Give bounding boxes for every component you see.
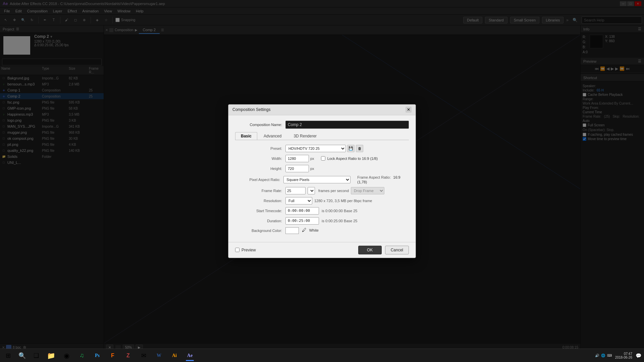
word-button[interactable]: W [152, 350, 166, 362]
after-effects-button[interactable]: Ae [182, 350, 197, 362]
task-view-button[interactable]: ❑ [30, 350, 43, 362]
start-tc-label: Start Timecode: [235, 209, 282, 213]
fps-input[interactable] [285, 187, 306, 194]
width-unit: px [310, 157, 314, 161]
lock-aspect-label: Lock Aspect Ratio to 16:9 (1/8) [321, 156, 378, 161]
cancel-button[interactable]: Cancel [385, 246, 409, 254]
filmora-icon: F [111, 353, 114, 359]
frame-ar-label: Frame Aspect Ratio: [357, 175, 391, 179]
start-button[interactable]: ⊞ [1, 350, 15, 362]
preset-delete-btn[interactable]: 🗑 [356, 145, 363, 152]
frame-rate-row: Frame Rate: ▼ frames per second Drop Fra… [235, 187, 409, 194]
modal-title-text: Composition Settings [232, 107, 270, 112]
height-unit: px [310, 167, 314, 171]
clock-time: 07:47 [615, 352, 632, 356]
sys-tray-icon-3: ⌨ [607, 354, 612, 357]
chrome-icon: ◉ [64, 352, 69, 360]
action-center-icon[interactable]: 💬 [636, 353, 641, 358]
windows-icon: ⊞ [6, 352, 11, 359]
duration-row: Duration: is 0:00:25:00 Base 25 [235, 217, 409, 225]
start-tc-row: Start Timecode: is 0:00:00:00 Base 25 [235, 207, 409, 215]
file-explorer-button[interactable]: 📁 [44, 350, 58, 362]
after-effects-icon: Ae [187, 353, 193, 358]
file-explorer-icon: 📁 [47, 352, 55, 360]
lock-aspect-row: Lock Aspect Ratio to 16:9 (1/8) [321, 156, 378, 161]
duration-label: Duration: [235, 219, 282, 223]
resolution-select[interactable]: Full Half Quarter Third Custom [285, 197, 312, 204]
modal-tab-basic[interactable]: Basic [235, 132, 257, 140]
modal-footer: Preview OK Cancel [228, 242, 416, 258]
modal-composition-settings: Composition Settings ✕ Composition Name:… [228, 104, 416, 258]
mail-button[interactable]: ✉ [136, 350, 151, 362]
spotify-button[interactable]: ♫ [74, 350, 89, 362]
fps-dropdown[interactable]: ▼ [308, 187, 315, 194]
sys-tray: 🔊 🌐 ⌨ [595, 354, 612, 357]
drop-frame-select[interactable]: Drop Frame [351, 187, 384, 194]
height-label: Height: [235, 167, 282, 171]
pixel-ar-label: Pixel Aspect Ratio: [235, 178, 280, 182]
lock-aspect-checkbox[interactable] [321, 156, 325, 161]
sys-tray-icon-1: 🔊 [595, 354, 599, 357]
preset-row: Preset: HDV/HDTV 720 25 💾 🗑 [235, 145, 409, 152]
preview-label: Preview [241, 248, 256, 252]
width-label: Width: [235, 157, 282, 161]
modal-tab-3d-renderer[interactable]: 3D Renderer [288, 132, 322, 140]
comp-name-label: Composition Name: [235, 123, 282, 127]
frame-ar-info: Frame Aspect Ratio: 16:9 (1,78) [357, 175, 409, 184]
illustrator-button[interactable]: Ai [167, 350, 182, 362]
width-input[interactable] [285, 155, 309, 162]
modal-close-button[interactable]: ✕ [406, 107, 412, 113]
start-tc-input[interactable] [285, 207, 319, 215]
spotify-icon: ♫ [79, 352, 84, 359]
comp-name-row: Composition Name: [235, 121, 409, 129]
start-tc-controls: is 0:00:00:00 Base 25 [285, 207, 357, 215]
preview-check-label: Preview [235, 248, 256, 252]
bg-color-controls: 🖊 White [285, 227, 319, 234]
frame-rate-label: Frame Rate: [235, 189, 282, 193]
modal-tabs: Basic Advanced 3D Renderer [235, 132, 409, 140]
duration-controls: is 0:00:25:00 Base 25 [285, 217, 357, 225]
height-input[interactable] [285, 165, 309, 172]
duration-input[interactable] [285, 217, 319, 225]
lock-aspect-text: Lock Aspect Ratio to 16:9 (1/8) [327, 157, 378, 161]
bg-color-swatch[interactable] [285, 227, 299, 234]
bg-color-name: White [309, 228, 319, 232]
modal-overlay: Composition Settings ✕ Composition Name:… [0, 0, 644, 362]
illustrator-icon: Ai [172, 353, 177, 358]
task-view-icon: ❑ [34, 352, 39, 359]
mail-icon: ✉ [141, 352, 146, 359]
photoshop-icon: Ps [95, 353, 100, 358]
clock-date: 2018-06-26 [615, 356, 632, 359]
chrome-button[interactable]: ◉ [59, 350, 74, 362]
comp-name-input[interactable] [285, 121, 409, 129]
start-tc-info: is 0:00:00:00 Base 25 [322, 209, 357, 213]
ok-button[interactable]: OK [358, 246, 382, 254]
resolution-info: 1280 x 720, 3,5 MB per 8bpc frame [314, 199, 372, 203]
bg-color-row: Background Color: 🖊 White [235, 227, 409, 234]
frame-rate-controls: ▼ frames per second Drop Frame [285, 187, 384, 194]
preset-select[interactable]: HDV/HDTV 720 25 [285, 145, 346, 152]
photoshop-button[interactable]: Ps [90, 350, 105, 362]
width-row: Width: px Lock Aspect Ratio to 16:9 (1/8… [235, 155, 409, 162]
preview-checkbox[interactable] [235, 248, 239, 252]
word-icon: W [157, 353, 161, 358]
pixel-ar-row: Pixel Aspect Ratio: Square Pixels Frame … [235, 175, 409, 184]
modal-tab-advanced[interactable]: Advanced [258, 132, 287, 140]
height-row: Height: px [235, 165, 409, 172]
sys-tray-icon-2: 🌐 [601, 354, 605, 357]
taskbar-time[interactable]: 07:47 2018-06-26 [613, 352, 634, 359]
resolution-label: Resolution: [235, 199, 282, 203]
filezilla-icon: Z [126, 353, 130, 359]
pixel-ar-select[interactable]: Square Pixels [283, 176, 351, 183]
search-taskbar-icon: 🔍 [18, 352, 26, 359]
filmora-button[interactable]: F [105, 350, 120, 362]
preset-label: Preset: [235, 146, 282, 150]
eyedropper-btn[interactable]: 🖊 [302, 227, 307, 233]
preset-save-btn[interactable]: 💾 [347, 145, 355, 152]
filezilla-button[interactable]: Z [121, 350, 136, 362]
duration-info: is 0:00:25:00 Base 25 [322, 219, 357, 223]
taskbar: ⊞ 🔍 ❑ 📁 ◉ ♫ Ps F Z ✉ W Ai Ae 🔊 🌐 ⌨ [0, 349, 644, 362]
taskbar-right: 🔊 🌐 ⌨ 07:47 2018-06-26 💬 [595, 352, 643, 359]
modal-body: Composition Name: Basic Advanced 3D Rend… [228, 115, 416, 242]
search-taskbar-button[interactable]: 🔍 [15, 350, 29, 362]
